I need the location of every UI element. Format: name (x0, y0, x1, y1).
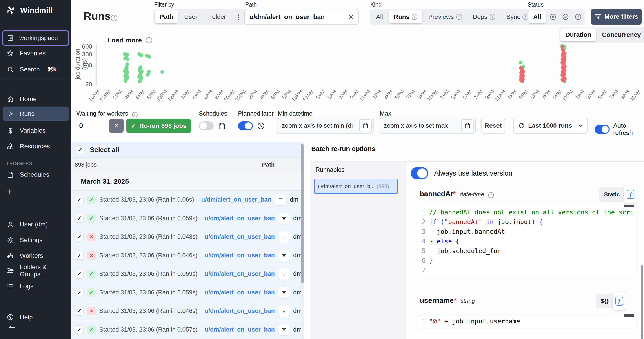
panel-scrollbar-thumb[interactable] (641, 265, 643, 339)
mode-static-label[interactable]: Static (604, 191, 620, 198)
more-filters-button[interactable]: More filters (591, 9, 642, 25)
sidebar-item-variables[interactable]: $ Variables (3, 124, 69, 137)
max-datetime-calendar-button[interactable] (461, 119, 474, 132)
add-trigger-button[interactable]: + (7, 186, 12, 197)
table-row[interactable]: ✓×Started 31/03, 23:06 (Ran in 0.048s)u/… (72, 228, 301, 246)
row-filter-button[interactable] (278, 324, 290, 335)
runs-limit-button[interactable]: Last 1000 runs (513, 118, 588, 134)
row-checkbox[interactable]: ✓ (75, 270, 84, 278)
row-checkbox[interactable]: ✓ (75, 325, 84, 334)
table-row[interactable]: ✓✓Started 31/03, 23:06 (Ran in 0.059s)u/… (72, 283, 301, 302)
sidebar-item-schedules[interactable]: Schedules (3, 168, 69, 181)
collapse-sidebar-icon[interactable]: ← (7, 321, 17, 330)
sidebar-item-resources[interactable]: Resources (3, 140, 69, 153)
sidebar-item-workers[interactable]: Workers (3, 249, 69, 262)
job-path-link[interactable]: u/dm/alert_on_user_ban (205, 233, 275, 240)
row-checkbox[interactable]: ✓ (75, 307, 84, 315)
cancel-selection-button[interactable]: X (109, 119, 124, 133)
filter-more-options-icon[interactable]: ⋮ (232, 10, 244, 23)
schedules-toggle[interactable] (199, 121, 214, 130)
sidebar-item-settings[interactable]: Settings (3, 234, 69, 247)
job-dot[interactable] (148, 55, 151, 59)
select-all-checkbox[interactable]: ✓ (76, 145, 84, 154)
sidebar-item-runs[interactable]: Runs (3, 107, 69, 121)
kind-option-deps[interactable]: Deps i (468, 10, 500, 23)
filter-option-user[interactable]: User (179, 10, 202, 23)
min-datetime-input[interactable]: zoom x axis to set min (dr (277, 118, 374, 134)
auto-refresh-toggle[interactable] (595, 125, 610, 134)
table-row[interactable]: ✓×Started 31/03, 23:06 (Ran in 0.046s)u/… (72, 302, 301, 320)
sidebar-item-search[interactable]: Search ⌘k (3, 63, 69, 76)
sidebar-item-favorites[interactable]: Favorites (3, 47, 69, 60)
runnable-item[interactable]: u/dm/alert_on_user_b... (898) (314, 179, 398, 194)
job-dot[interactable] (126, 57, 130, 61)
tab-duration[interactable]: Duration (560, 28, 596, 41)
kind-option-all[interactable]: All (371, 10, 388, 23)
row-filter-button[interactable] (278, 213, 290, 224)
job-dot[interactable] (560, 45, 564, 49)
clear-path-icon[interactable]: ✕ (348, 13, 354, 21)
row-filter-button[interactable] (278, 250, 290, 261)
workspace-switcher[interactable]: workingspace (2, 30, 69, 46)
kind-option-runs[interactable]: Runs i (389, 10, 422, 23)
sidebar-item-user[interactable]: User (dm) (3, 218, 69, 231)
job-dot[interactable] (519, 61, 522, 64)
max-datetime-input[interactable]: zoom x axis to set max (379, 118, 476, 134)
row-checkbox[interactable]: ✓ (75, 288, 84, 297)
job-path-link[interactable]: u/dm/alert_on_user_ban (205, 215, 275, 222)
job-dot[interactable] (520, 79, 524, 83)
reset-button[interactable]: Reset (481, 118, 505, 134)
job-path-link[interactable]: u/dm/alert_on_user_ban (205, 289, 275, 296)
filter-option-path[interactable]: Path (155, 10, 178, 23)
job-dot[interactable] (138, 80, 142, 83)
info-icon[interactable]: i (488, 192, 494, 198)
min-datetime-calendar-button[interactable] (359, 119, 372, 132)
tab-concurrency[interactable]: Concurrency (597, 28, 644, 41)
job-dot[interactable] (124, 79, 127, 83)
row-checkbox[interactable]: ✓ (75, 233, 84, 241)
job-path-link[interactable]: u/dm/alert_on_user_ban (205, 326, 275, 333)
table-row[interactable]: ✓✓Started 31/03, 23:06 (Ran in 0.06s)u/d… (72, 191, 301, 209)
job-path-link[interactable]: u/dm/alert_on_user_ban (205, 307, 275, 314)
job-dot[interactable] (139, 54, 143, 57)
title-info-icon[interactable]: i (111, 15, 117, 21)
mode-template-label[interactable]: ${} (601, 298, 609, 305)
always-latest-toggle[interactable] (411, 167, 428, 179)
row-filter-button[interactable] (278, 287, 290, 298)
row-checkbox[interactable]: ✓ (75, 214, 84, 223)
status-option-all[interactable]: All (528, 10, 546, 23)
filter-option-folder[interactable]: Folder (203, 10, 231, 23)
javascript-mode-button[interactable]: f (624, 185, 637, 204)
row-filter-button[interactable] (278, 231, 290, 243)
row-filter-button[interactable] (278, 268, 290, 280)
job-path-link[interactable]: u/dm/alert_on_user_ban (205, 270, 275, 277)
table-row[interactable]: ✓✓Started 31/03, 23:06 (Ran in 0.059s)u/… (72, 265, 301, 283)
path-filter-input[interactable]: u/dm/alert_on_user_ban ✕ (244, 9, 359, 25)
status-option-failure-icon[interactable] (572, 10, 584, 23)
sidebar-item-folders-groups[interactable]: Folders & Groups... (3, 264, 69, 277)
rerun-jobs-button[interactable]: ✓ Re-run 898 jobs (126, 119, 191, 133)
row-filter-button[interactable] (275, 194, 286, 205)
row-filter-button[interactable] (278, 305, 290, 317)
job-dot[interactable] (126, 63, 129, 66)
job-path-link[interactable]: u/dm/alert_on_user_ban (201, 196, 272, 203)
runs-limit-dropdown[interactable] (574, 122, 587, 129)
status-option-success-icon[interactable] (560, 10, 572, 23)
logo-row[interactable]: Windmill (6, 5, 53, 15)
bannedat-code-editor[interactable]: 1// bannedAt does not exist on all versi… (418, 206, 637, 276)
job-path-link[interactable]: u/dm/alert_on_user_ban (205, 252, 275, 259)
status-option-running-icon[interactable] (547, 10, 559, 23)
row-checkbox[interactable]: ✓ (75, 196, 84, 204)
load-more-button[interactable]: Load more i (108, 37, 152, 44)
planned-later-toggle[interactable] (238, 121, 253, 130)
sidebar-item-logs[interactable]: Logs (3, 280, 69, 293)
table-scrollbar-thumb[interactable] (301, 144, 304, 283)
javascript-mode-button[interactable]: f (613, 292, 626, 310)
row-checkbox[interactable]: ✓ (75, 251, 84, 260)
table-row[interactable]: ✓✓Started 31/03, 23:06 (Ran in 0.059s)u/… (72, 209, 301, 228)
table-row[interactable]: ✓×Started 31/03, 23:06 (Ran in 0.046s)u/… (72, 246, 301, 265)
table-row[interactable]: ✓✓Started 31/03, 23:06 (Ran in 0.057s)u/… (72, 320, 301, 339)
sidebar-item-home[interactable]: Home (3, 93, 69, 106)
job-dot[interactable] (160, 70, 164, 74)
kind-option-previews[interactable]: Previews i (423, 10, 467, 23)
